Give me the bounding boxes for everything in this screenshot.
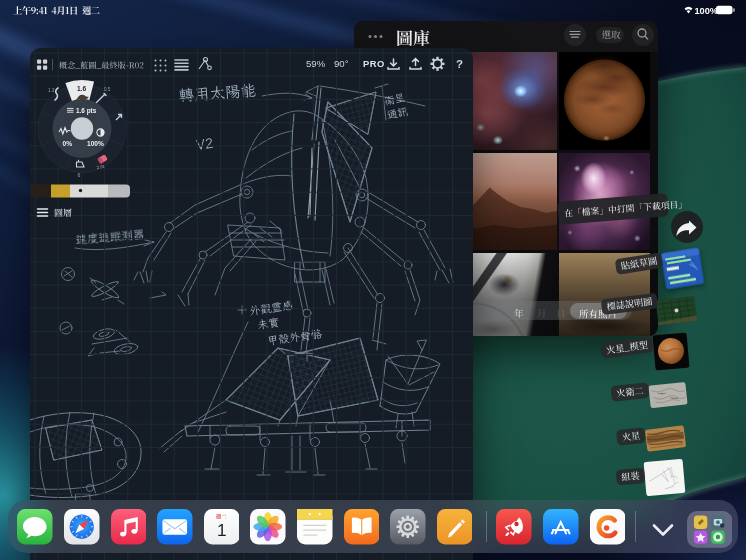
svg-text:1: 1: [217, 520, 227, 540]
svg-text:100%: 100%: [695, 6, 719, 16]
